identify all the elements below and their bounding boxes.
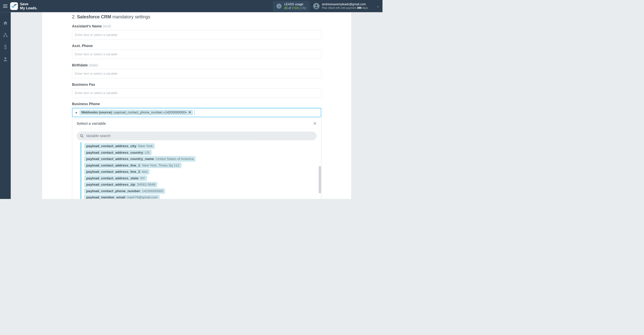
svg-point-4 xyxy=(5,57,6,59)
variable-option[interactable]: payload_contact_address_country_name: Un… xyxy=(84,156,321,162)
field-birthdate: Birthdate (date) xyxy=(72,63,321,78)
svg-line-6 xyxy=(82,136,83,137)
text-cursor xyxy=(194,110,195,115)
sitemap-icon[interactable] xyxy=(3,32,8,38)
field-label: Assistant's Name (text) xyxy=(72,24,321,28)
chevron-down-icon[interactable]: ⌄ xyxy=(376,4,380,8)
search-icon xyxy=(80,134,84,138)
assistants-name-input[interactable] xyxy=(72,30,321,39)
variable-option[interactable]: payload_contact_phone_number: 1420000000… xyxy=(84,188,321,194)
variable-option[interactable]: payload_contact_address_line_1: New York… xyxy=(84,162,321,168)
info-icon: i xyxy=(276,4,281,9)
field-label: Asst. Phone xyxy=(72,44,321,48)
home-icon[interactable] xyxy=(3,21,8,26)
variable-list: payload_contact_address_city: New York p… xyxy=(72,142,321,199)
scrollbar-thumb[interactable] xyxy=(319,166,321,193)
section-heading: 2. Salesforce CRM mandatory settings xyxy=(72,12,321,20)
checkmark-icon xyxy=(12,4,17,8)
main-content: 2. Salesforce CRM mandatory settings Ass… xyxy=(11,12,383,199)
variable-option[interactable]: payload_contact_address_country: US xyxy=(84,150,321,155)
user-icon[interactable] xyxy=(3,57,8,62)
usage-indicator: i LEADS usage: 23 of 2'000 (1%) xyxy=(273,1,310,12)
variable-option[interactable]: payload_contact_address_zip: 34562-5648 xyxy=(84,182,321,187)
avatar-icon xyxy=(313,3,319,9)
variable-search[interactable] xyxy=(77,132,317,140)
svg-rect-1 xyxy=(5,33,6,34)
user-menu[interactable]: andrewsavemyleads@gmail.com Plan |Start|… xyxy=(313,3,379,10)
dropdown-title: Select a variable xyxy=(77,121,106,125)
chip-remove-icon[interactable]: ✕ xyxy=(188,111,191,114)
app-header: Save My Leads. i LEADS usage: 23 of 2'00… xyxy=(0,0,383,12)
field-business-fax: Business Fax xyxy=(72,82,321,98)
variable-search-input[interactable] xyxy=(86,134,313,138)
dollar-icon[interactable] xyxy=(4,45,7,50)
variable-option[interactable]: payload_contact_address_state: NY xyxy=(84,175,321,181)
variable-option[interactable]: payload_contact_address_line_2: test xyxy=(84,169,321,175)
add-variable-button[interactable]: + xyxy=(75,110,77,115)
plan-status: Plan |Start| left until payment 388 days xyxy=(322,6,368,10)
brand-name: Save My Leads. xyxy=(20,2,37,10)
field-assistants-name: Assistant's Name (text) xyxy=(72,24,321,39)
hamburger-menu-icon[interactable] xyxy=(3,5,8,8)
variable-dropdown: Select a variable ✕ payload_contact_addr… xyxy=(72,118,321,199)
user-email: andrewsavemyleads@gmail.com xyxy=(322,3,368,6)
field-label: Business Fax xyxy=(72,82,321,87)
variable-option[interactable]: payload_member_email: mark78@gmail.com xyxy=(84,195,321,199)
svg-rect-2 xyxy=(3,36,5,37)
sidebar xyxy=(0,12,11,199)
svg-point-0 xyxy=(315,5,317,6)
field-label: Business Phone xyxy=(72,102,321,106)
brand-logo[interactable] xyxy=(10,2,18,10)
birthdate-input[interactable] xyxy=(72,69,321,78)
field-asst-phone: Asst. Phone xyxy=(72,44,321,59)
variable-chip[interactable]: Webhooks (source) | payload_contact_phon… xyxy=(79,110,193,115)
variable-option[interactable]: payload_contact_address_city: New York xyxy=(84,143,321,149)
svg-rect-3 xyxy=(6,36,8,37)
field-label: Birthdate (date) xyxy=(72,63,321,67)
business-fax-input[interactable] xyxy=(72,89,321,98)
field-business-phone: Business Phone + Webhooks (source) | pay… xyxy=(72,102,321,199)
asst-phone-input[interactable] xyxy=(72,50,321,59)
business-phone-input[interactable]: + Webhooks (source) | payload_contact_ph… xyxy=(72,108,321,117)
close-icon[interactable]: ✕ xyxy=(313,121,317,126)
svg-point-5 xyxy=(80,135,83,137)
